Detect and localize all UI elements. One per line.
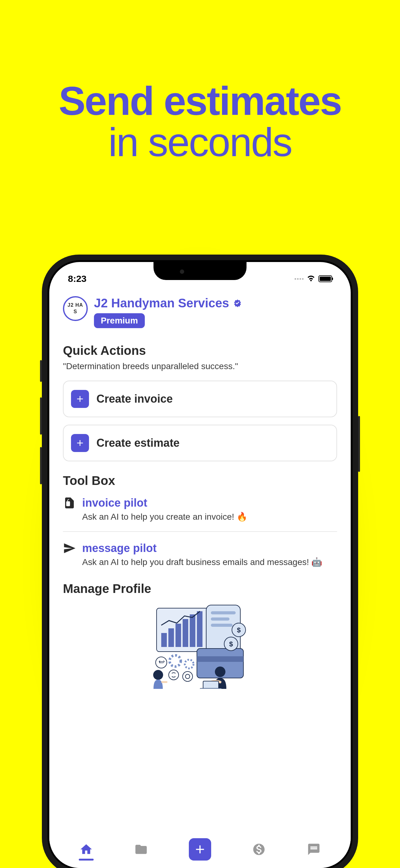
create-estimate-label: Create estimate <box>96 436 179 450</box>
nav-folder[interactable] <box>134 842 148 857</box>
profile-info: J2 Handyman Services Premium <box>94 296 242 328</box>
phone-notch <box>154 262 246 280</box>
mute-switch <box>40 360 42 382</box>
svg-point-19 <box>156 657 167 668</box>
plus-icon <box>189 838 211 861</box>
bottom-nav <box>49 831 351 868</box>
headline-line-2: in seconds <box>0 121 400 164</box>
svg-text:$: $ <box>237 626 241 634</box>
quick-actions-title: Quick Actions <box>63 344 337 358</box>
tool-content: invoice pilot Ask an AI to help you crea… <box>82 496 337 523</box>
nav-home[interactable] <box>79 842 94 857</box>
status-icons <box>295 275 332 283</box>
svg-point-23 <box>153 670 163 680</box>
battery-icon <box>319 275 332 282</box>
create-invoice-button[interactable]: Create invoice <box>63 381 337 417</box>
tool-content: message pilot Ask an AI to help you draf… <box>82 542 337 568</box>
profile-name: J2 Handyman Services <box>94 296 229 310</box>
quick-actions-section: Quick Actions "Determination breeds unpa… <box>63 344 337 461</box>
cellular-signal-icon <box>295 278 304 280</box>
invoice-pilot-item[interactable]: invoice pilot Ask an AI to help you crea… <box>63 491 337 532</box>
svg-text:$: $ <box>229 640 233 648</box>
message-pilot-item[interactable]: message pilot Ask an AI to help you draf… <box>63 537 337 577</box>
svg-rect-5 <box>190 614 195 647</box>
nav-messages[interactable] <box>306 842 321 857</box>
phone-screen: 8:23 <box>49 262 351 868</box>
wifi-icon <box>307 275 315 283</box>
volume-down-button <box>40 447 42 484</box>
manage-profile-title: Manage Profile <box>63 582 337 596</box>
document-history-icon <box>63 496 76 509</box>
volume-up-button <box>40 397 42 435</box>
svg-rect-24 <box>161 681 167 683</box>
svg-rect-4 <box>182 619 188 647</box>
message-pilot-description: Ask an AI to help you draft business ema… <box>82 556 337 568</box>
home-icon <box>79 842 94 857</box>
svg-rect-9 <box>211 617 229 621</box>
camera-dot <box>180 270 184 274</box>
svg-rect-3 <box>175 624 181 647</box>
phone-inner-frame: 8:23 <box>47 260 353 868</box>
create-estimate-button[interactable]: Create estimate <box>63 425 337 461</box>
nav-money[interactable] <box>252 842 266 857</box>
svg-point-20 <box>169 670 178 680</box>
invoice-pilot-description: Ask an AI to help you create an invoice!… <box>82 511 337 523</box>
verified-badge-icon <box>233 299 242 308</box>
create-invoice-label: Create invoice <box>96 393 173 405</box>
plus-icon <box>71 390 89 408</box>
svg-rect-27 <box>200 688 222 689</box>
invoice-pilot-name: invoice pilot <box>82 496 337 509</box>
message-icon <box>306 842 321 857</box>
phone-frame: 8:23 <box>42 254 358 868</box>
profile-header: J2 HA S J2 Handyman Services Premium <box>63 296 337 328</box>
svg-point-21 <box>182 672 193 681</box>
svg-point-25 <box>215 666 226 677</box>
svg-point-18 <box>185 660 194 669</box>
nav-active-indicator <box>79 859 94 861</box>
profile-name-row: J2 Handyman Services <box>94 296 242 310</box>
manage-profile-section: Manage Profile <box>63 582 337 689</box>
profile-illustration: $ $ <box>63 602 337 689</box>
svg-rect-10 <box>211 624 233 627</box>
headline-line-1: Send estimates <box>0 81 400 121</box>
plus-icon <box>71 434 89 452</box>
svg-rect-1 <box>161 633 167 647</box>
dollar-circle-icon <box>252 842 266 857</box>
svg-rect-6 <box>197 611 202 647</box>
send-icon <box>63 542 76 555</box>
toolbox-title: Tool Box <box>63 474 337 488</box>
power-button <box>358 416 360 472</box>
marketing-headline: Send estimates in seconds <box>0 0 400 164</box>
motivational-quote: "Determination breeds unparalleled succe… <box>63 361 337 371</box>
svg-rect-8 <box>211 611 236 614</box>
nav-create[interactable] <box>189 838 211 861</box>
premium-badge[interactable]: Premium <box>94 313 145 328</box>
svg-rect-2 <box>168 628 174 647</box>
folder-icon <box>134 842 148 857</box>
status-time: 8:23 <box>68 274 87 284</box>
avatar[interactable]: J2 HA S <box>63 296 88 321</box>
message-pilot-name: message pilot <box>82 542 337 555</box>
app-content: J2 HA S J2 Handyman Services Premium <box>49 287 351 689</box>
svg-rect-26 <box>203 681 219 689</box>
svg-rect-12 <box>197 656 243 662</box>
svg-point-17 <box>170 655 181 666</box>
toolbox-section: Tool Box invoice pilot Ask an AI to help… <box>63 474 337 577</box>
